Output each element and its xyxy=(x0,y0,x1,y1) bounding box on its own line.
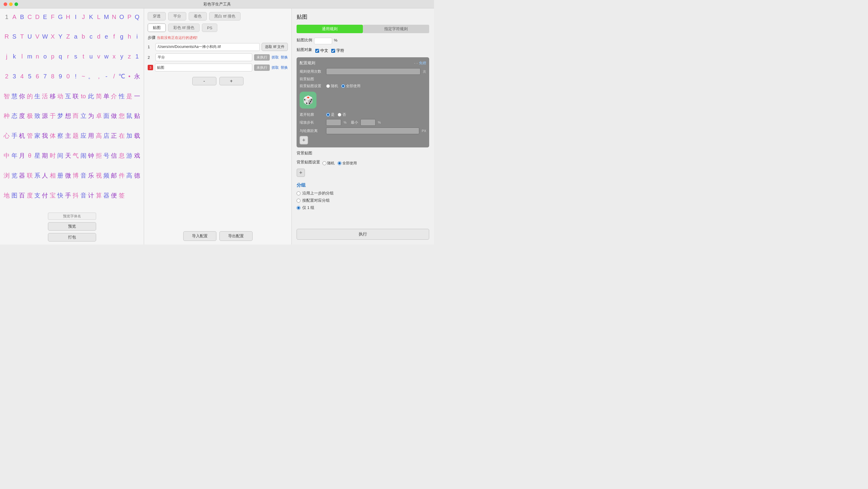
char-cell-123[interactable]: 在 xyxy=(118,130,125,142)
char-cell-158[interactable]: 邮 xyxy=(110,170,118,181)
minimize-button[interactable] xyxy=(9,2,13,6)
bg-random-option[interactable]: 随机 xyxy=(322,161,335,166)
char-cell-147[interactable]: 联 xyxy=(26,170,33,181)
char-cell-66[interactable]: ， xyxy=(95,71,102,82)
preview-button[interactable]: 预览 xyxy=(48,222,96,231)
char-cell-124[interactable]: 加 xyxy=(126,130,133,142)
char-cell-98[interactable]: 想 xyxy=(64,111,72,122)
char-cell-60[interactable]: 8 xyxy=(49,71,56,82)
char-cell-53[interactable]: 1 xyxy=(133,51,141,62)
char-cell-143[interactable]: 戏 xyxy=(133,150,141,161)
char-cell-87[interactable]: 性 xyxy=(118,91,125,101)
char-cell-108[interactable]: 心 xyxy=(3,130,10,142)
count-input[interactable] xyxy=(326,68,421,75)
char-cell-128[interactable]: 月 xyxy=(19,150,26,161)
char-cell-11[interactable]: K xyxy=(87,11,95,22)
step-2-grab-link[interactable]: 抓取 xyxy=(272,55,279,60)
char-cell-146[interactable]: 器 xyxy=(19,170,26,181)
char-cell-36[interactable]: j xyxy=(3,51,10,62)
step-2-input[interactable] xyxy=(156,53,252,61)
char-cell-72[interactable]: 智 xyxy=(3,91,10,101)
char-cell-47[interactable]: u xyxy=(87,51,95,62)
char-cell-3[interactable]: C xyxy=(26,11,33,22)
chinese-checkbox[interactable] xyxy=(315,49,319,53)
char-cell-20[interactable]: T xyxy=(19,31,26,42)
char-cell-122[interactable]: 正 xyxy=(110,130,118,142)
group-inherit-radio[interactable] xyxy=(297,191,301,195)
char-cell-78[interactable]: 移 xyxy=(49,91,56,101)
char-cell-38[interactable]: l xyxy=(19,51,26,62)
char-cell-73[interactable]: 慧 xyxy=(10,91,18,101)
min-input[interactable] xyxy=(361,119,375,126)
char-cell-12[interactable]: L xyxy=(95,11,102,22)
char-cell-104[interactable]: 做 xyxy=(110,111,118,122)
step-3-grab-link[interactable]: 抓取 xyxy=(272,65,279,70)
char-cell-149[interactable]: 人 xyxy=(41,170,49,181)
char-cell-162[interactable]: 地 xyxy=(3,190,10,201)
char-cell-160[interactable]: 高 xyxy=(126,170,133,181)
char-cell-46[interactable]: t xyxy=(80,51,87,62)
char-cell-82[interactable]: to xyxy=(80,91,87,101)
char-cell-156[interactable]: 视 xyxy=(95,170,102,181)
char-cell-129[interactable]: θ xyxy=(26,150,33,161)
char-cell-144[interactable]: 浏 xyxy=(3,170,10,181)
mode-btn-sticker[interactable]: 贴图 xyxy=(148,24,166,32)
char-cell-0[interactable]: 1 xyxy=(3,11,10,22)
char-cell-93[interactable]: 极 xyxy=(26,111,33,122)
char-cell-17[interactable]: Q xyxy=(133,11,141,22)
char-cell-45[interactable]: s xyxy=(72,51,79,62)
char-cell-138[interactable]: 拒 xyxy=(95,150,102,161)
fg-random-option[interactable]: 随机 xyxy=(326,84,338,89)
char-cell-163[interactable]: 图 xyxy=(10,190,18,201)
ratio-input[interactable] xyxy=(314,38,332,44)
char-cell-62[interactable]: 0 xyxy=(64,71,72,82)
char-cell-2[interactable]: B xyxy=(19,11,26,22)
char-cell-29[interactable]: c xyxy=(87,31,95,42)
char-cell-79[interactable]: 动 xyxy=(57,91,64,101)
char-cell-152[interactable]: 微 xyxy=(64,170,72,181)
char-cell-165[interactable]: 度 xyxy=(26,190,33,201)
char-cell-22[interactable]: V xyxy=(34,31,41,42)
group-option-inherit[interactable]: 沿用上一步的分组 xyxy=(297,190,429,196)
char-cell-142[interactable]: 游 xyxy=(126,150,133,161)
minus-button[interactable]: - xyxy=(192,77,216,85)
char-cell-177[interactable]: 签 xyxy=(118,190,125,201)
tab-general-rules[interactable]: 通用规则 xyxy=(297,25,363,33)
char-cell-61[interactable]: 9 xyxy=(57,71,64,82)
char-cell-19[interactable]: S xyxy=(10,31,18,42)
char-cell-54[interactable]: 2 xyxy=(3,71,10,82)
step-1-input[interactable] xyxy=(156,43,260,51)
char-cell-134[interactable]: 天 xyxy=(64,150,72,161)
char-cell-167[interactable]: 付 xyxy=(41,190,49,201)
char-cell-171[interactable]: 抖 xyxy=(72,190,79,201)
char-cell-35[interactable]: i xyxy=(133,31,141,42)
char-cell-109[interactable]: 手 xyxy=(10,130,18,142)
char-cell-44[interactable]: r xyxy=(64,51,72,62)
char-cell-101[interactable]: 为 xyxy=(87,111,95,122)
char-cell-90[interactable]: 种 xyxy=(3,111,10,122)
char-cell-95[interactable]: 源 xyxy=(41,111,49,122)
char-cell-55[interactable]: 3 xyxy=(10,71,18,82)
object-char[interactable]: 字符 xyxy=(331,48,344,53)
fg-all-radio[interactable] xyxy=(341,84,345,88)
char-cell-105[interactable]: 您 xyxy=(118,111,125,122)
distance-input[interactable] xyxy=(326,127,419,134)
char-cell-16[interactable]: P xyxy=(126,11,133,22)
close-button[interactable] xyxy=(4,2,7,6)
pack-button[interactable]: 打包 xyxy=(48,233,96,242)
step-3-input[interactable] xyxy=(155,64,252,71)
char-cell-103[interactable]: 面 xyxy=(103,111,110,122)
mode-btn-penetrate[interactable]: 穿透 xyxy=(148,12,166,21)
char-cell-18[interactable]: R xyxy=(3,31,10,42)
char-cell-48[interactable]: v xyxy=(95,51,102,62)
char-cell-69[interactable]: ℃ xyxy=(118,71,125,82)
group-option-config[interactable]: 按配置对应分组 xyxy=(297,198,429,203)
char-cell-106[interactable]: 鼠 xyxy=(126,111,133,122)
mode-btn-split[interactable]: 平分 xyxy=(168,12,186,21)
char-cell-8[interactable]: H xyxy=(64,11,72,22)
char-cell-111[interactable]: 管 xyxy=(26,130,33,142)
char-cell-15[interactable]: O xyxy=(118,11,125,22)
char-cell-170[interactable]: 手 xyxy=(64,190,72,201)
char-cell-117[interactable]: 题 xyxy=(72,130,79,142)
char-cell-30[interactable]: d xyxy=(95,31,102,42)
